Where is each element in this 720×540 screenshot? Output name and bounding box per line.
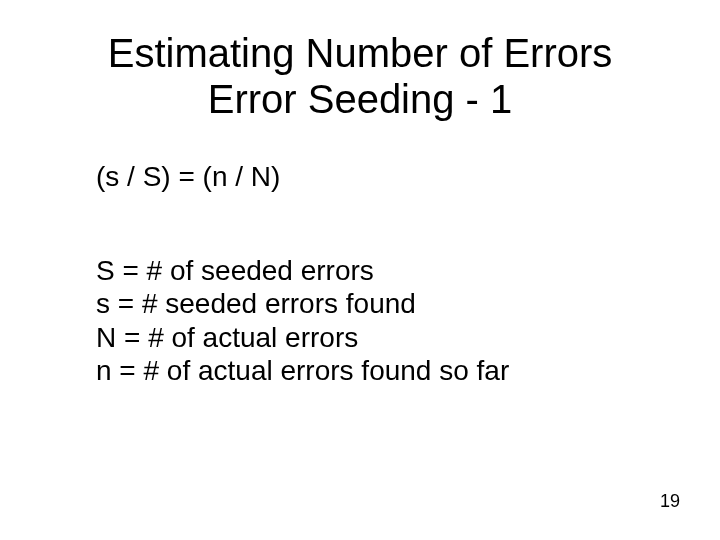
page-number: 19: [660, 491, 680, 512]
definition-S: S = # of seeded errors: [96, 254, 636, 288]
slide-body: (s / S) = (n / N) S = # of seeded errors…: [96, 160, 636, 388]
definition-n: n = # of actual errors found so far: [96, 354, 636, 388]
title-line-1: Estimating Number of Errors: [0, 30, 720, 76]
definitions: S = # of seeded errors s = # seeded erro…: [96, 254, 636, 388]
definition-N: N = # of actual errors: [96, 321, 636, 355]
slide-title: Estimating Number of Errors Error Seedin…: [0, 30, 720, 122]
equation: (s / S) = (n / N): [96, 160, 636, 194]
slide: Estimating Number of Errors Error Seedin…: [0, 0, 720, 540]
definition-s: s = # seeded errors found: [96, 287, 636, 321]
title-line-2: Error Seeding - 1: [0, 76, 720, 122]
